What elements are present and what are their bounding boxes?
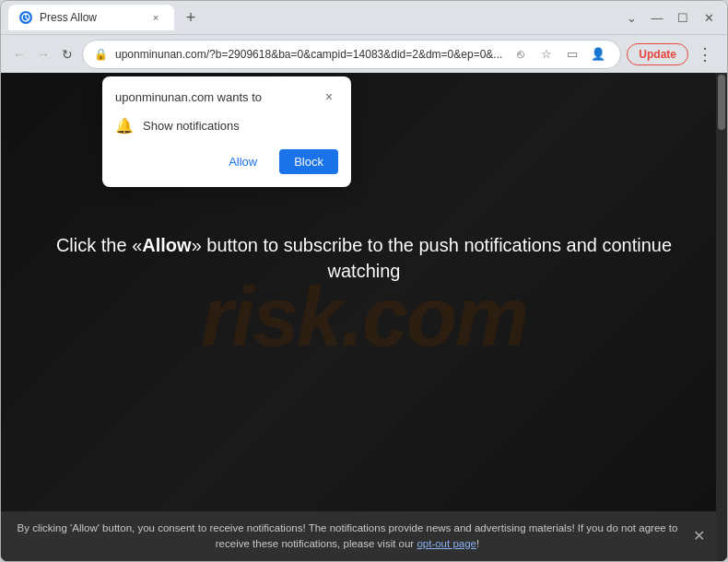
url-text: uponminunan.com/?b=2909618&ba=0&campid=1… xyxy=(115,48,502,61)
popup-close-button[interactable]: × xyxy=(320,88,338,106)
minimize-button[interactable]: — xyxy=(650,10,664,25)
window-controls: ⌄ — ☐ ✕ xyxy=(624,10,720,25)
bottom-bar-text1: By clicking 'Allow' button, you consent … xyxy=(18,522,678,549)
bookmark-icon[interactable]: ☆ xyxy=(535,43,558,65)
opt-out-link[interactable]: opt-out page xyxy=(417,538,476,549)
chevron-down-icon[interactable]: ⌄ xyxy=(624,10,639,25)
share-icon[interactable]: ⎋ xyxy=(510,43,532,65)
notification-popup: uponminunan.com wants to × 🔔 Show notifi… xyxy=(102,76,351,187)
scrollbar-thumb[interactable] xyxy=(718,75,725,130)
back-button[interactable]: ← xyxy=(10,41,29,67)
popup-buttons: Allow Block xyxy=(102,146,351,187)
block-button[interactable]: Block xyxy=(279,149,338,174)
allow-button[interactable]: Allow xyxy=(214,149,272,174)
new-tab-button[interactable]: + xyxy=(178,5,204,30)
scrollbar[interactable] xyxy=(716,73,727,561)
tab-favicon xyxy=(19,11,32,24)
url-actions: ⎋ ☆ ▭ 👤 xyxy=(510,43,609,65)
reload-button[interactable]: ↻ xyxy=(58,41,76,67)
popup-header: uponminunan.com wants to × xyxy=(102,76,351,113)
webpage: risk.com Click the «Allow» button to sub… xyxy=(1,73,727,561)
forward-button[interactable]: → xyxy=(34,41,53,67)
popup-content: 🔔 Show notifications xyxy=(102,113,351,146)
popup-site-text: uponminunan.com wants to xyxy=(115,90,262,104)
url-bar[interactable]: 🔒 uponminunan.com/?b=2909618&ba=0&campid… xyxy=(82,40,621,69)
menu-button[interactable]: ⋮ xyxy=(692,41,718,67)
bottom-bar-close-button[interactable]: ✕ xyxy=(693,525,705,547)
browser-tab[interactable]: Press Allow × xyxy=(8,5,174,30)
browser-actions: Update ⋮ xyxy=(627,41,718,67)
update-button[interactable]: Update xyxy=(627,43,688,65)
close-button[interactable]: ✕ xyxy=(701,10,716,25)
page-text-part1: Click the «Allow» button to subscribe to… xyxy=(56,235,672,281)
browser-window: Press Allow × + ⌄ — ☐ ✕ ← → ↻ 🔒 uponminu… xyxy=(0,0,728,562)
bottom-notification-bar: By clicking 'Allow' button, you consent … xyxy=(1,511,716,562)
lock-icon: 🔒 xyxy=(94,48,108,61)
bell-icon: 🔔 xyxy=(115,117,134,135)
tab-title: Press Allow xyxy=(40,11,141,24)
page-main-text: Click the «Allow» button to subscribe to… xyxy=(41,232,687,284)
allow-highlight: Allow xyxy=(142,235,191,255)
address-bar: ← → ↻ 🔒 uponminunan.com/?b=2909618&ba=0&… xyxy=(1,34,727,73)
title-bar: Press Allow × + ⌄ — ☐ ✕ xyxy=(1,1,727,34)
maximize-button[interactable]: ☐ xyxy=(675,10,690,25)
cast-icon[interactable]: ▭ xyxy=(561,43,583,65)
bottom-bar-text2: ! xyxy=(476,538,479,549)
title-bar-left: Press Allow × + xyxy=(8,5,618,30)
tab-close-button[interactable]: × xyxy=(148,10,163,25)
account-icon[interactable]: 👤 xyxy=(587,43,609,65)
popup-description: Show notifications xyxy=(143,119,240,133)
